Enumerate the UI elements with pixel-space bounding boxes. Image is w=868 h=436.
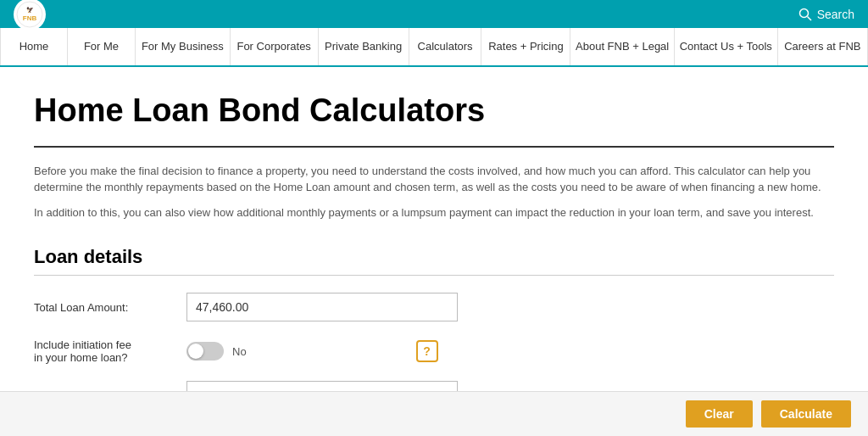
nav-careers[interactable]: Careers at FNB xyxy=(778,28,868,65)
nav-bar: Home For Me For My Business For Corporat… xyxy=(0,28,868,67)
description-text-2: In addition to this, you can also view h… xyxy=(34,204,834,221)
loan-details-section-title: Loan details xyxy=(34,246,834,276)
search-button[interactable]: Search xyxy=(798,8,854,21)
toggle-state-label: No xyxy=(232,345,247,358)
initiation-fee-row: Include initiation feein your home loan?… xyxy=(34,338,834,364)
nav-for-corporates[interactable]: For Corporates xyxy=(231,28,319,65)
search-label: Search xyxy=(817,8,854,21)
clear-button[interactable]: Clear xyxy=(686,400,753,428)
nav-home[interactable]: Home xyxy=(0,28,68,65)
nav-for-my-business[interactable]: For My Business xyxy=(136,28,231,65)
svg-text:🦅: 🦅 xyxy=(26,6,34,14)
page-title: Home Loan Bond Calculators xyxy=(34,92,834,129)
initiation-fee-label: Include initiation feein your home loan? xyxy=(34,338,186,364)
initiation-fee-toggle[interactable] xyxy=(186,342,224,361)
toggle-knob xyxy=(188,344,203,359)
nav-about-fnb[interactable]: About FNB + Legal xyxy=(570,28,675,65)
svg-line-4 xyxy=(807,16,811,20)
top-bar: 🦅 FNB Search xyxy=(0,0,868,28)
total-loan-label: Total Loan Amount: xyxy=(34,301,186,314)
description-text-1: Before you make the final decision to fi… xyxy=(34,163,834,196)
footer-action-bar: Clear Calculate xyxy=(0,391,868,436)
svg-text:FNB: FNB xyxy=(23,14,37,22)
calculate-button[interactable]: Calculate xyxy=(761,400,851,428)
nav-private-banking[interactable]: Private Banking xyxy=(319,28,409,65)
main-content: Home Loan Bond Calculators Before you ma… xyxy=(0,67,868,436)
nav-calculators[interactable]: Calculators xyxy=(409,28,482,65)
title-divider xyxy=(34,146,834,148)
nav-rates-pricing[interactable]: Rates + Pricing xyxy=(481,28,570,65)
nav-contact-us[interactable]: Contact Us + Tools xyxy=(675,28,778,65)
total-loan-input[interactable] xyxy=(186,293,458,321)
fnb-logo: 🦅 FNB xyxy=(14,0,46,31)
logo-area: 🦅 FNB xyxy=(14,0,46,31)
search-icon xyxy=(798,8,812,21)
total-loan-row: Total Loan Amount: xyxy=(34,293,834,321)
nav-for-me[interactable]: For Me xyxy=(68,28,136,65)
svg-point-3 xyxy=(799,8,808,17)
initiation-fee-toggle-area: No xyxy=(186,342,247,361)
help-icon-button[interactable]: ? xyxy=(416,340,438,362)
